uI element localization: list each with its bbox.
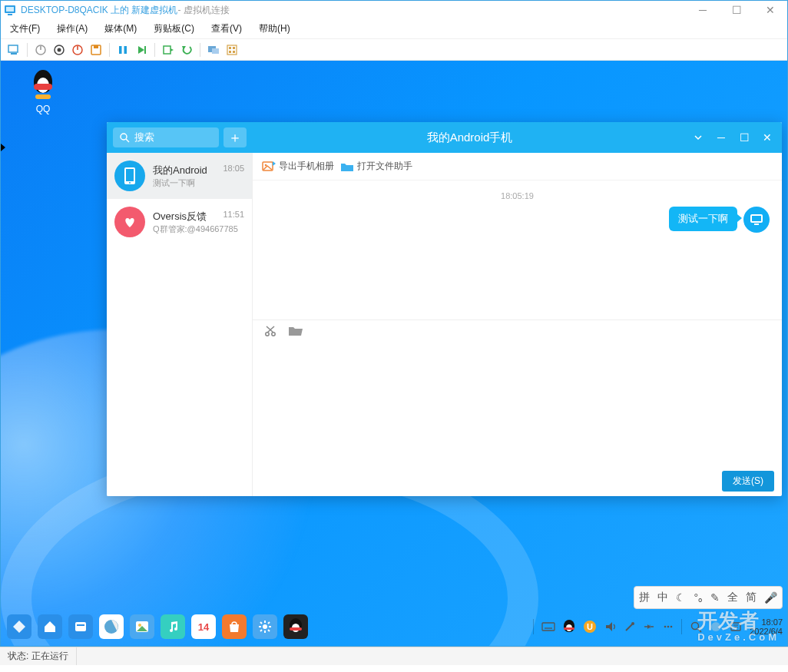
dock-files[interactable] (68, 614, 93, 639)
share-icon[interactable] (225, 43, 239, 57)
dock-store[interactable] (222, 614, 247, 639)
svg-marker-18 (171, 48, 174, 51)
vm-app-icon (4, 4, 16, 16)
dock-calendar[interactable]: 14 (191, 614, 216, 639)
tray-network-icon[interactable] (643, 621, 655, 632)
svg-rect-2 (8, 14, 12, 15)
chat-preview: 测试一下啊 (153, 177, 244, 189)
message-row: 测试一下啊 (265, 207, 770, 233)
dock-settings[interactable] (253, 614, 277, 639)
svg-text:U: U (587, 622, 593, 631)
ime-moon-icon[interactable]: ☾ (676, 591, 686, 604)
tray-search-icon[interactable] (690, 621, 702, 633)
qq-close-button[interactable]: ✕ (756, 122, 779, 153)
chat-item-oversis[interactable]: Oversis反馈11:51 Q群管家:@494667785 (107, 199, 252, 245)
start-icon[interactable] (34, 43, 48, 57)
ctrl-alt-del-icon[interactable] (7, 43, 21, 57)
open-file-helper-button[interactable]: 打开文件助手 (340, 160, 412, 174)
reset-icon[interactable] (134, 43, 148, 57)
ime-symbol[interactable]: °ₒ (694, 591, 703, 604)
menu-view[interactable]: 查看(V) (211, 22, 242, 35)
qq-minimize-button[interactable]: ─ (710, 122, 733, 153)
dock-music[interactable] (161, 614, 185, 639)
svg-marker-34 (273, 161, 276, 166)
ime-pen-icon[interactable]: ✎ (710, 591, 720, 604)
search-input[interactable]: 搜索 (113, 127, 219, 147)
revert-icon[interactable] (180, 43, 194, 57)
ime-mode[interactable]: 拼 (639, 591, 650, 604)
tray-notify-icon[interactable] (730, 621, 742, 633)
shutdown-icon[interactable] (71, 43, 84, 57)
penguin-icon (28, 68, 58, 99)
host-menubar: 文件(F) 操作(A) 媒体(M) 剪贴板(C) 查看(V) 帮助(H) (1, 19, 787, 39)
host-title-1: DESKTOP-D8QACIK 上的 新建虚拟机 (21, 4, 177, 17)
tray-qq-icon[interactable] (563, 620, 575, 634)
self-avatar (743, 207, 770, 233)
ime-mic-icon[interactable]: 🎤 (764, 591, 777, 604)
chat-time: 11:51 (223, 210, 244, 223)
send-button[interactable]: 发送(S) (722, 471, 774, 492)
image-export-icon (262, 160, 276, 174)
svg-marker-62 (606, 622, 612, 631)
svg-point-47 (138, 624, 141, 627)
svg-marker-15 (138, 46, 144, 54)
tray-pin-icon[interactable] (624, 621, 635, 632)
heart-icon (114, 207, 145, 237)
chat-name: Oversis反馈 (153, 210, 207, 223)
chat-item-android[interactable]: 我的Android18:05 测试一下啊 (107, 153, 252, 199)
close-button[interactable]: ✕ (753, 1, 787, 19)
menu-action[interactable]: 操作(A) (57, 22, 88, 35)
tray-dots-icon[interactable] (663, 621, 674, 632)
ime-full[interactable]: 全 (727, 591, 738, 604)
svg-rect-4 (11, 53, 17, 55)
enhanced-session-icon[interactable] (207, 43, 220, 57)
dock-launcher[interactable] (7, 614, 31, 639)
pause-icon[interactable] (116, 43, 130, 57)
dock-home[interactable] (38, 614, 62, 639)
folder-icon (340, 160, 354, 174)
tray-clock[interactable]: 18:07 2022/6/4 (750, 617, 783, 636)
svg-rect-23 (229, 47, 231, 49)
turnoff-icon[interactable] (52, 43, 66, 57)
svg-line-55 (268, 630, 270, 631)
ime-lang[interactable]: 中 (657, 591, 668, 604)
svg-point-31 (129, 182, 131, 184)
menu-file[interactable]: 文件(F) (10, 22, 40, 35)
ime-bar[interactable]: 拼 中 ☾ °ₒ ✎ 全 简 🎤 (634, 586, 783, 609)
desktop-icon-qq[interactable]: QQ (16, 68, 70, 114)
qq-maximize-button[interactable]: ☐ (733, 122, 756, 153)
scissors-icon[interactable] (263, 324, 277, 338)
dock-qq[interactable] (283, 614, 308, 639)
minimize-button[interactable]: ─ (686, 1, 720, 19)
menu-help[interactable]: 帮助(H) (259, 22, 290, 35)
svg-point-69 (670, 626, 673, 628)
dock-browser[interactable] (99, 614, 124, 639)
save-icon[interactable] (89, 43, 103, 57)
menu-media[interactable]: 媒体(M) (104, 22, 137, 35)
export-album-button[interactable]: 导出手机相册 (262, 160, 334, 174)
svg-rect-14 (124, 46, 127, 54)
dock-gallery[interactable] (130, 614, 154, 639)
folder-open-icon[interactable] (288, 325, 303, 337)
tray-u-icon[interactable]: U (583, 620, 597, 634)
host-title-2: - 虚拟机连接 (177, 4, 229, 17)
system-tray: U 18:07 2022/6/4 (533, 612, 783, 641)
maximize-button[interactable]: ☐ (720, 1, 753, 19)
tray-volume-icon[interactable] (604, 621, 617, 633)
svg-rect-30 (126, 169, 134, 181)
svg-line-71 (698, 629, 701, 632)
checkpoint-icon[interactable] (161, 43, 175, 57)
dropdown-button[interactable] (687, 122, 710, 153)
add-button[interactable]: ＋ (223, 127, 247, 147)
menu-clipboard[interactable]: 剪贴板(C) (154, 22, 194, 35)
ime-simp[interactable]: 简 (746, 591, 757, 604)
chat-preview: Q群管家:@494667785 (153, 223, 244, 235)
svg-rect-12 (94, 45, 98, 48)
tray-assistant-icon[interactable] (710, 621, 722, 633)
svg-point-39 (272, 333, 275, 336)
tray-keyboard-icon[interactable] (541, 621, 555, 632)
message-input[interactable] (253, 343, 782, 466)
svg-line-28 (126, 139, 129, 142)
chat-time: 18:05 (223, 164, 244, 177)
svg-rect-22 (227, 45, 237, 55)
